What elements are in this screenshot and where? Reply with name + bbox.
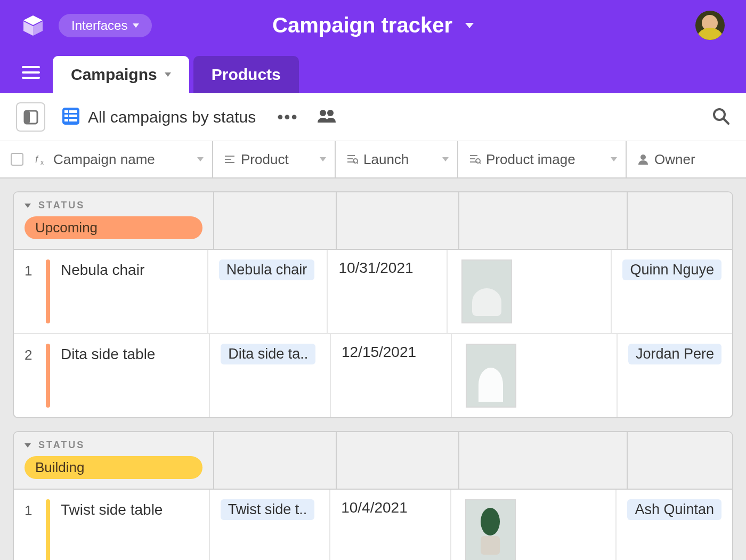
link-field-icon <box>224 155 236 164</box>
select-all-checkbox[interactable] <box>11 153 23 166</box>
interfaces-selector[interactable]: Interfaces <box>59 14 152 37</box>
status-accent-bar <box>46 499 50 560</box>
caret-down-icon <box>133 23 139 28</box>
cell-owner[interactable]: Ash Quintan <box>617 490 732 560</box>
app-header: Interfaces Campaign tracker Campaigns Pr… <box>0 0 746 93</box>
product-chip[interactable]: Twist side t.. <box>221 499 315 520</box>
column-label: Product image <box>486 151 575 168</box>
group-building: STATUS Building 1 Twist side table Twist… <box>13 431 733 560</box>
caret-down-icon <box>25 443 31 448</box>
column-header-product-image[interactable]: Product image <box>458 141 627 177</box>
tabs-row: Campaigns Products <box>0 51 746 93</box>
svg-line-28 <box>357 163 358 164</box>
row-number: 1 <box>25 263 39 279</box>
formula-icon: fx <box>35 153 48 166</box>
column-header-owner[interactable]: Owner <box>627 141 746 177</box>
cell-launch[interactable]: 10/4/2021 <box>330 490 451 560</box>
column-label: Owner <box>654 151 695 168</box>
caret-down-icon <box>25 204 31 208</box>
lookup-field-icon <box>469 154 481 165</box>
tab-label: Products <box>212 66 281 84</box>
cell-campaign-name[interactable]: 2 Dita side table <box>14 334 210 417</box>
cell-product-image[interactable] <box>452 334 618 417</box>
table-row[interactable]: 1 Nebula chair Nebula chair 10/31/2021 Q… <box>14 250 732 334</box>
svg-rect-12 <box>69 115 77 117</box>
svg-line-33 <box>480 163 481 164</box>
cell-product[interactable]: Twist side t.. <box>210 490 330 560</box>
status-accent-bar <box>46 344 50 408</box>
caret-down-icon <box>611 157 617 161</box>
app-title-selector[interactable]: Campaign tracker <box>272 13 474 37</box>
svg-point-27 <box>353 159 358 163</box>
column-label: Campaign name <box>53 151 155 168</box>
caret-down-icon <box>320 157 326 161</box>
svg-point-16 <box>327 110 334 116</box>
tab-products[interactable]: Products <box>193 56 299 93</box>
owner-chip[interactable]: Jordan Pere <box>628 344 721 364</box>
group-header[interactable]: STATUS Building <box>14 432 732 490</box>
product-chip[interactable]: Nebula chair <box>219 259 315 280</box>
cell-product[interactable]: Dita side ta.. <box>210 334 331 417</box>
menu-icon[interactable] <box>16 58 45 87</box>
app-logo-icon[interactable] <box>21 13 45 37</box>
cell-product-image[interactable] <box>451 490 617 560</box>
view-name[interactable]: All campaigns by status <box>88 108 256 126</box>
product-thumbnail[interactable] <box>466 344 516 408</box>
cell-campaign-name[interactable]: 1 Nebula chair <box>14 250 208 333</box>
row-number: 2 <box>25 347 39 363</box>
campaign-name-text: Twist side table <box>61 501 163 518</box>
column-header-launch[interactable]: Launch <box>336 141 458 177</box>
tab-campaigns[interactable]: Campaigns <box>53 56 189 93</box>
column-header-product[interactable]: Product <box>213 141 336 177</box>
table-row[interactable]: 2 Dita side table Dita side ta.. 12/15/2… <box>14 334 732 417</box>
caret-down-icon <box>442 157 449 161</box>
cell-launch[interactable]: 12/15/2021 <box>331 334 452 417</box>
owner-chip[interactable]: Quinn Nguye <box>622 259 721 280</box>
cell-campaign-name[interactable]: 1 Twist side table <box>14 490 210 560</box>
group-header[interactable]: STATUS Upcoming <box>14 192 732 250</box>
user-avatar[interactable] <box>695 11 725 40</box>
svg-text:f: f <box>35 154 39 165</box>
campaign-name-text: Nebula chair <box>61 262 144 279</box>
table-row[interactable]: 1 Twist side table Twist side t.. 10/4/2… <box>14 490 732 560</box>
product-thumbnail[interactable] <box>465 499 516 560</box>
sidebar-toggle-button[interactable] <box>16 102 45 132</box>
svg-text:x: x <box>40 159 44 166</box>
cell-launch[interactable]: 10/31/2021 <box>328 250 448 333</box>
caret-down-icon <box>465 23 474 28</box>
group-upcoming: STATUS Upcoming 1 Nebula chair Nebula ch… <box>13 191 733 418</box>
cell-owner[interactable]: Jordan Pere <box>618 334 732 417</box>
column-label: Launch <box>363 151 409 168</box>
svg-rect-7 <box>25 111 30 124</box>
svg-point-15 <box>320 110 326 116</box>
row-number: 1 <box>25 502 39 519</box>
svg-rect-9 <box>64 110 68 113</box>
tab-label: Campaigns <box>71 66 157 84</box>
column-label: Product <box>241 151 289 168</box>
cell-owner[interactable]: Quinn Nguye <box>612 250 732 333</box>
view-toolbar: All campaigns by status ••• <box>0 93 746 141</box>
lookup-field-icon <box>346 154 358 165</box>
cell-product-image[interactable] <box>448 250 612 333</box>
launch-date-text: 10/4/2021 <box>341 499 408 516</box>
product-thumbnail[interactable] <box>461 259 512 323</box>
svg-line-18 <box>724 119 728 124</box>
person-icon <box>637 153 649 165</box>
collaborators-icon[interactable] <box>317 109 337 126</box>
more-options-icon[interactable]: ••• <box>277 107 298 127</box>
search-icon[interactable] <box>712 107 730 127</box>
header-top-row: Interfaces Campaign tracker <box>0 0 746 51</box>
group-by-label: STATUS <box>38 200 85 211</box>
status-pill: Upcoming <box>25 216 202 239</box>
group-by-label: STATUS <box>38 440 85 451</box>
svg-rect-14 <box>69 119 77 121</box>
caret-down-icon <box>165 72 171 77</box>
cell-product[interactable]: Nebula chair <box>208 250 328 333</box>
owner-chip[interactable]: Ash Quintan <box>627 499 721 520</box>
launch-date-text: 10/31/2021 <box>338 259 413 276</box>
svg-rect-10 <box>69 110 77 113</box>
launch-date-text: 12/15/2021 <box>342 344 416 360</box>
interfaces-label: Interfaces <box>71 18 127 33</box>
column-header-campaign-name[interactable]: fx Campaign name <box>0 141 213 177</box>
product-chip[interactable]: Dita side ta.. <box>221 344 315 364</box>
